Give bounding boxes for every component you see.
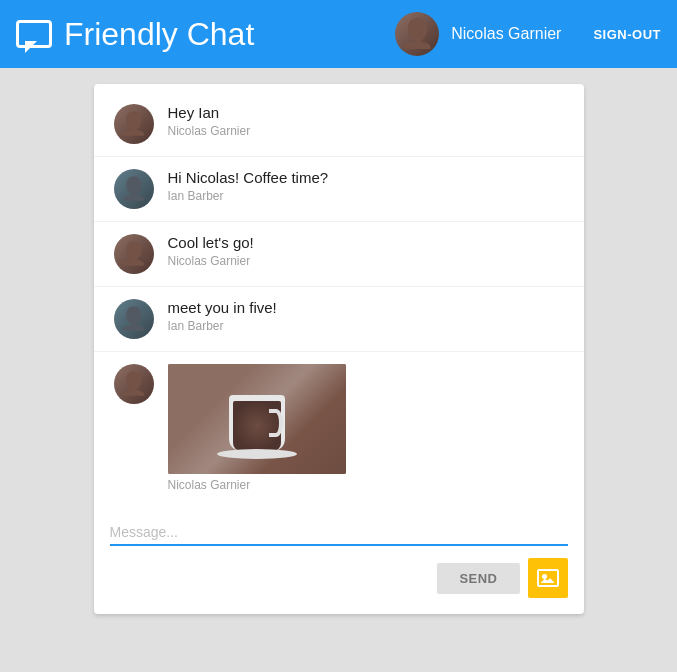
input-actions: SEND [110,558,568,598]
input-area: SEND [94,512,584,614]
avatar [114,299,154,339]
message-content: Hi Nicolas! Coffee time? Ian Barber [168,169,564,203]
chat-icon [16,20,52,48]
avatar [114,234,154,274]
cup-body [229,395,285,451]
message-sender: Nicolas Garnier [168,124,564,138]
message-image [168,364,346,474]
app-title: Friendly Chat [64,16,395,53]
message-input[interactable] [110,520,568,546]
message-content: meet you in five! Ian Barber [168,299,564,333]
avatar [114,364,154,404]
image-upload-button[interactable] [528,558,568,598]
chat-card: Hey Ian Nicolas Garnier Hi Nicolas! Coff… [94,84,584,614]
send-button[interactable]: SEND [437,563,519,594]
list-item: Nicolas Garnier [94,352,584,504]
coffee-image [168,364,346,474]
image-icon [537,569,559,587]
list-item: Cool let's go! Nicolas Garnier [94,222,584,287]
avatar [114,169,154,209]
cup-handle [269,409,283,437]
message-sender: Ian Barber [168,319,564,333]
header-username: Nicolas Garnier [451,25,561,43]
message-text: meet you in five! [168,299,564,316]
message-content: Cool let's go! Nicolas Garnier [168,234,564,268]
message-sender: Nicolas Garnier [168,478,564,492]
message-text: Cool let's go! [168,234,564,251]
message-sender: Nicolas Garnier [168,254,564,268]
app-header: Friendly Chat Nicolas Garnier SIGN-OUT [0,0,677,68]
message-content: Hey Ian Nicolas Garnier [168,104,564,138]
messages-list: Hey Ian Nicolas Garnier Hi Nicolas! Coff… [94,84,584,512]
list-item: Hey Ian Nicolas Garnier [94,92,584,157]
message-sender: Ian Barber [168,189,564,203]
message-text: Hi Nicolas! Coffee time? [168,169,564,186]
coffee-cup [212,379,302,459]
sign-out-button[interactable]: SIGN-OUT [593,27,661,42]
user-avatar [395,12,439,56]
cup-saucer [217,449,297,459]
list-item: meet you in five! Ian Barber [94,287,584,352]
message-text: Hey Ian [168,104,564,121]
message-content: Nicolas Garnier [168,364,564,492]
list-item: Hi Nicolas! Coffee time? Ian Barber [94,157,584,222]
header-user-section: Nicolas Garnier SIGN-OUT [395,12,661,56]
avatar [114,104,154,144]
